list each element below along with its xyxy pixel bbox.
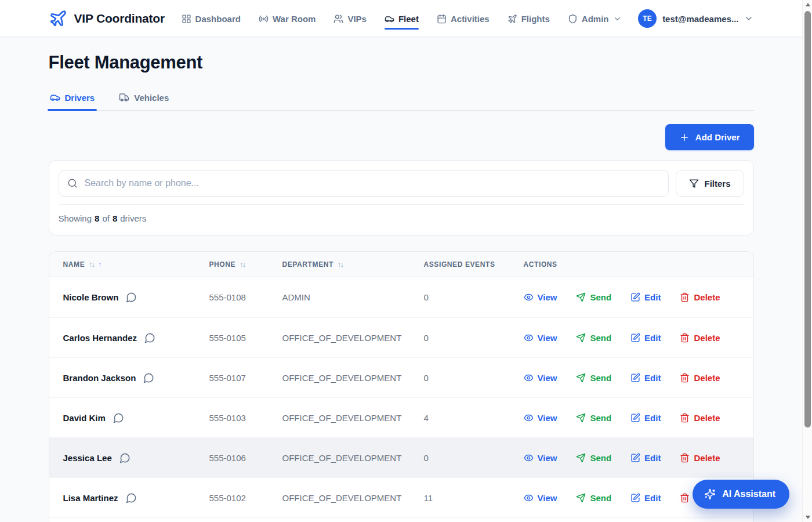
table-row[interactable]: David Kim 555-0103 OFFICE_OF_DEVELOPMENT… bbox=[49, 397, 753, 437]
edit-button[interactable]: Edit bbox=[630, 373, 661, 383]
brand: VIP Coordinator bbox=[49, 9, 165, 28]
chat-bubble-icon[interactable] bbox=[113, 412, 124, 423]
send-plane-icon bbox=[576, 453, 586, 463]
showing-middle: of bbox=[102, 213, 110, 223]
tab-drivers[interactable]: Drivers bbox=[49, 89, 96, 110]
page-title: Fleet Management bbox=[49, 52, 754, 73]
driver-name: Carlos Hernandez bbox=[63, 333, 137, 343]
send-button[interactable]: Send bbox=[576, 333, 611, 343]
nav-item-fleet[interactable]: Fleet bbox=[385, 0, 419, 37]
scroll-up-arrow-icon[interactable] bbox=[803, 0, 812, 9]
table-row[interactable]: Jessica Lee 555-0106 OFFICE_OF_DEVELOPME… bbox=[49, 437, 753, 477]
table-header-row: NAME ↑↓ ↑ PHONE ↑↓ DEPARTMENT ↑↓ ASSIGNE… bbox=[49, 252, 753, 277]
table-row[interactable]: Carlos Hernandez 555-0105 OFFICE_OF_DEVE… bbox=[49, 317, 753, 357]
driver-assigned-events: 0 bbox=[424, 292, 524, 302]
action-label: View bbox=[538, 292, 557, 302]
action-label: Send bbox=[590, 333, 611, 343]
driver-department: ADMIN bbox=[282, 292, 424, 302]
column-label: PHONE bbox=[209, 260, 236, 269]
chat-bubble-icon[interactable] bbox=[144, 332, 155, 343]
send-button[interactable]: Send bbox=[576, 373, 611, 383]
driver-assigned-events: 0 bbox=[424, 453, 524, 463]
view-button[interactable]: View bbox=[524, 413, 557, 423]
edit-button[interactable]: Edit bbox=[630, 333, 661, 343]
driver-name: Nicole Brown bbox=[63, 292, 119, 302]
nav-item-vips[interactable]: VIPs bbox=[334, 0, 367, 37]
filters-button[interactable]: Filters bbox=[676, 170, 744, 197]
table-row[interactable]: Nicole Brown 555-0108 ADMIN 0 View Send … bbox=[49, 277, 753, 317]
send-plane-icon bbox=[576, 493, 586, 503]
view-button[interactable]: View bbox=[524, 493, 557, 503]
column-header-department[interactable]: DEPARTMENT ↑↓ bbox=[282, 260, 424, 269]
nav-item-war-room[interactable]: War Room bbox=[259, 0, 316, 37]
send-button[interactable]: Send bbox=[576, 493, 611, 503]
scroll-down-arrow-icon[interactable] bbox=[803, 513, 812, 522]
chat-bubble-icon[interactable] bbox=[119, 452, 130, 463]
driver-assigned-events: 0 bbox=[424, 333, 524, 343]
sort-icon[interactable]: ↑↓ bbox=[338, 260, 343, 269]
action-label: Send bbox=[590, 453, 611, 463]
delete-button[interactable]: Delete bbox=[680, 453, 720, 463]
driver-department: OFFICE_OF_DEVELOPMENT bbox=[282, 373, 424, 383]
sort-icon[interactable]: ↑↓ bbox=[240, 260, 245, 269]
send-button[interactable]: Send bbox=[576, 292, 611, 302]
action-label: Delete bbox=[694, 373, 720, 383]
table-row[interactable]: Lisa Martinez 555-0102 OFFICE_OF_DEVELOP… bbox=[49, 477, 753, 517]
calendar-icon bbox=[437, 14, 447, 24]
trash-icon bbox=[680, 413, 690, 423]
user-email: test@madeames... bbox=[662, 14, 738, 24]
nav-item-flights[interactable]: Flights bbox=[507, 0, 550, 37]
sort-icon[interactable]: ↑↓ bbox=[89, 260, 94, 269]
column-label: ACTIONS bbox=[524, 260, 557, 269]
trash-icon bbox=[680, 292, 690, 302]
add-driver-button[interactable]: Add Driver bbox=[665, 124, 754, 150]
delete-button[interactable]: Delete bbox=[680, 373, 720, 383]
action-label: View bbox=[538, 333, 557, 343]
view-button[interactable]: View bbox=[524, 453, 557, 463]
send-button[interactable]: Send bbox=[576, 453, 611, 463]
chat-bubble-icon[interactable] bbox=[126, 492, 137, 503]
action-label: Send bbox=[590, 373, 611, 383]
view-button[interactable]: View bbox=[524, 292, 557, 302]
edit-button[interactable]: Edit bbox=[630, 292, 661, 302]
nav-item-activities[interactable]: Activities bbox=[437, 0, 490, 37]
broadcast-icon bbox=[259, 14, 269, 24]
delete-button[interactable]: Delete bbox=[680, 413, 720, 423]
delete-button[interactable]: Delete bbox=[680, 333, 720, 343]
scrollbar-thumb[interactable] bbox=[804, 11, 811, 427]
edit-button[interactable]: Edit bbox=[630, 413, 661, 423]
chat-bubble-icon[interactable] bbox=[126, 292, 137, 303]
driver-name: Jessica Lee bbox=[63, 453, 112, 463]
nav-label: War Room bbox=[273, 14, 316, 24]
view-button[interactable]: View bbox=[524, 333, 557, 343]
tab-vehicles[interactable]: Vehicles bbox=[118, 89, 170, 110]
edit-button[interactable]: Edit bbox=[630, 453, 661, 463]
view-button[interactable]: View bbox=[524, 373, 557, 383]
eye-icon bbox=[524, 413, 534, 423]
results-count: Showing 8 of 8 drivers bbox=[59, 204, 744, 226]
column-label: DEPARTMENT bbox=[282, 260, 334, 269]
search-input[interactable] bbox=[59, 170, 669, 197]
table-row[interactable]: Brandon Jackson 555-0107 OFFICE_OF_DEVEL… bbox=[49, 357, 753, 397]
vertical-scrollbar[interactable] bbox=[802, 0, 812, 522]
column-header-phone[interactable]: PHONE ↑↓ bbox=[209, 260, 282, 269]
dashboard-grid-icon bbox=[182, 14, 191, 24]
action-label: Edit bbox=[644, 292, 661, 302]
chat-bubble-icon[interactable] bbox=[143, 372, 154, 383]
action-label: Delete bbox=[694, 333, 720, 343]
showing-total: 8 bbox=[113, 213, 117, 223]
column-header-name[interactable]: NAME ↑↓ ↑ bbox=[63, 260, 209, 269]
driver-department: OFFICE_OF_DEVELOPMENT bbox=[282, 453, 424, 463]
action-label: Delete bbox=[694, 292, 720, 302]
edit-button[interactable]: Edit bbox=[630, 493, 661, 503]
table-body: Nicole Brown 555-0108 ADMIN 0 View Send … bbox=[49, 277, 753, 517]
delete-button[interactable]: Delete bbox=[680, 292, 720, 302]
nav-item-dashboard[interactable]: Dashboard bbox=[182, 0, 241, 37]
column-label: NAME bbox=[63, 260, 85, 269]
tab-bar: Drivers Vehicles bbox=[49, 89, 754, 111]
send-button[interactable]: Send bbox=[576, 413, 611, 423]
nav-item-admin[interactable]: Admin bbox=[568, 0, 622, 37]
sort-active-up-icon[interactable]: ↑ bbox=[98, 260, 102, 269]
user-menu[interactable]: TE test@madeames... bbox=[638, 9, 753, 28]
ai-assistant-button[interactable]: AI Assistant bbox=[693, 480, 789, 509]
